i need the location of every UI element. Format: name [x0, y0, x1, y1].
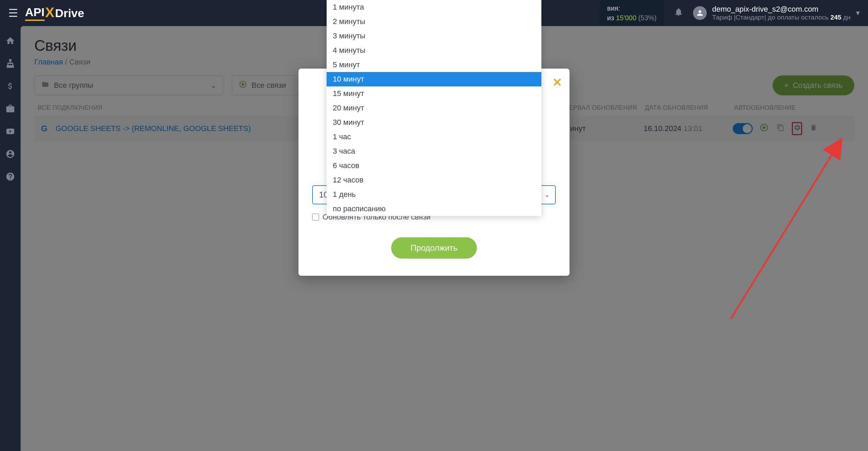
interval-option[interactable]: 12 часов — [327, 173, 541, 187]
chevron-down-icon: ⌄ — [544, 191, 550, 199]
logo-pre: API — [25, 5, 45, 19]
hamburger-icon[interactable]: ☰ — [8, 7, 18, 20]
help-icon[interactable] — [4, 171, 16, 182]
svg-rect-2 — [10, 65, 11, 67]
interval-option[interactable]: 3 минуты — [327, 29, 541, 43]
logo-x: X — [45, 5, 55, 20]
interval-option[interactable]: 15 минут — [327, 86, 541, 101]
sitemap-icon[interactable] — [4, 58, 16, 69]
interval-option[interactable]: 4 минуты — [327, 43, 541, 58]
interval-dropdown-list[interactable]: 1 минута2 минуты3 минуты4 минуты5 минут1… — [327, 0, 541, 216]
interval-option[interactable]: 1 минута — [327, 0, 541, 14]
interval-option[interactable]: по расписанию — [327, 202, 541, 216]
bell-icon[interactable] — [674, 7, 683, 19]
interval-option[interactable]: 3 часа — [327, 144, 541, 158]
interval-option[interactable]: 10 минут — [327, 72, 541, 86]
home-icon[interactable] — [4, 35, 16, 47]
dollar-icon[interactable] — [4, 80, 16, 92]
chevron-down-icon: ▾ — [856, 9, 860, 17]
user-email: demo_apix-drive_s2@com.com — [712, 5, 851, 14]
sidebar — [0, 26, 21, 451]
interval-option[interactable]: 20 минут — [327, 101, 541, 115]
interval-option[interactable]: 5 минут — [327, 58, 541, 72]
interval-option[interactable]: 2 минуты — [327, 14, 541, 29]
youtube-icon[interactable] — [4, 126, 16, 137]
logo-post: Drive — [55, 7, 84, 20]
actions-counter: вия: из 15'000 (53%) — [600, 0, 664, 26]
continue-button[interactable]: Продолжить — [391, 237, 477, 259]
svg-rect-3 — [12, 65, 14, 67]
user-menu[interactable]: demo_apix-drive_s2@com.com Тариф |Станда… — [693, 5, 860, 21]
svg-rect-0 — [10, 59, 11, 61]
checkbox-input[interactable] — [312, 214, 319, 221]
interval-option[interactable]: 1 час — [327, 130, 541, 144]
svg-rect-1 — [7, 65, 9, 67]
interval-option[interactable]: 30 минут — [327, 115, 541, 130]
logo[interactable]: APIXDrive — [25, 5, 84, 21]
interval-option[interactable]: 6 часов — [327, 158, 541, 173]
avatar-icon — [693, 6, 707, 20]
interval-option[interactable]: 1 день — [327, 187, 541, 202]
briefcase-icon[interactable] — [4, 103, 16, 115]
user-circle-icon[interactable] — [4, 148, 16, 160]
close-icon[interactable]: ✕ — [552, 75, 562, 89]
